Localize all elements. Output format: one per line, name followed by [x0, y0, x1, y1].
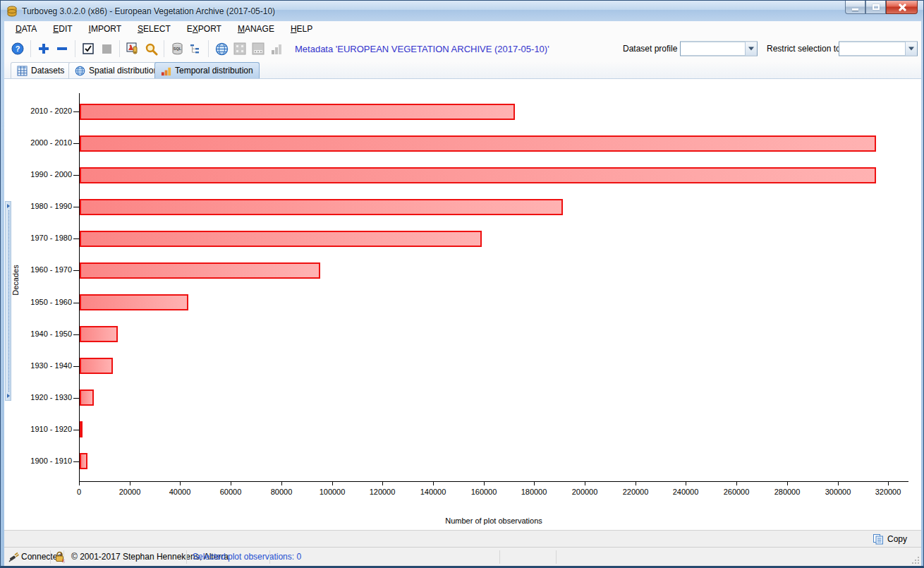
gray-panel-dots-icon	[252, 42, 265, 55]
x-axis-label: 80000	[259, 488, 304, 496]
grid-view-button-disabled	[231, 40, 249, 58]
y-axis-label: 1990 - 2000	[4, 170, 72, 179]
tab-label: Datasets	[31, 66, 64, 75]
gray-square-icon	[102, 44, 112, 54]
x-axis-label: 100000	[310, 488, 355, 496]
connection-icon	[8, 551, 20, 564]
menu-export[interactable]: EXPORT	[182, 23, 226, 35]
y-axis-label: 1940 - 1950	[4, 330, 72, 338]
y-axis-label: 1970 - 1980	[4, 234, 72, 242]
tree-button[interactable]	[186, 40, 205, 58]
splitter-arrow-icon	[7, 394, 10, 398]
sql-button[interactable]: SQL	[168, 40, 186, 58]
restrict-selection-dropdown-button[interactable]	[905, 42, 917, 56]
copy-label: Copy	[887, 534, 907, 544]
y-tick	[73, 366, 79, 367]
x-tick	[585, 481, 585, 485]
svg-text:SQL: SQL	[173, 47, 181, 51]
image-key-icon	[126, 42, 140, 55]
restrict-selection-label: Restrict selection to	[767, 44, 841, 54]
tabbar: Datasets Spatial distribution Te	[4, 61, 921, 78]
minimize-button[interactable]	[845, 1, 865, 14]
y-tick	[73, 111, 79, 112]
temporal-distribution-chart: 2010 - 20202000 - 20101990 - 20001980 - …	[4, 79, 921, 530]
x-tick	[484, 481, 485, 485]
tab-datasets[interactable]: Datasets	[11, 62, 71, 78]
y-tick	[73, 238, 79, 239]
x-tick	[433, 481, 434, 485]
splitter-arrow-icon	[7, 204, 10, 208]
bar-1910-1920	[80, 421, 83, 437]
y-axis-label: 1920 - 1930	[4, 393, 72, 401]
bar-chart-icon	[161, 66, 171, 76]
menu-help[interactable]: HELP	[286, 23, 317, 35]
tab-temporal-distribution[interactable]: Temporal distribution	[154, 62, 260, 78]
copy-button[interactable]: Copy	[870, 532, 910, 546]
dataset-profile-dropdown-button[interactable]	[745, 42, 757, 56]
y-tick	[73, 207, 79, 207]
x-tick	[281, 481, 282, 485]
app-window: Turboveg 3.0.2.0 (x86) - European Vegeta…	[0, 0, 924, 568]
maximize-icon	[873, 4, 880, 10]
y-tick	[73, 303, 79, 303]
menu-manage[interactable]: MANAGE	[233, 23, 279, 35]
x-tick	[79, 481, 80, 485]
splitter-dots	[8, 210, 9, 392]
panel-splitter[interactable]	[5, 201, 11, 401]
x-axis-label: 260000	[714, 488, 759, 496]
metadata-edit-button[interactable]	[123, 40, 142, 58]
metadata-title: Metadata 'EUROPEAN VEGETATION ARCHIVE (2…	[295, 44, 549, 54]
check-all-button[interactable]	[79, 40, 97, 58]
menu-select[interactable]: SELECT	[133, 23, 176, 35]
bar-1990-2000	[80, 167, 876, 183]
x-tick	[130, 481, 130, 485]
chevron-down-icon	[748, 47, 754, 51]
chevron-down-icon	[908, 47, 914, 51]
minus-icon	[56, 42, 68, 55]
bar-1940-1950	[80, 326, 118, 342]
x-tick	[382, 481, 383, 485]
help-button[interactable]: ?	[8, 40, 27, 58]
y-tick	[73, 334, 79, 335]
tab-spatial-distribution[interactable]: Spatial distribution	[68, 62, 164, 78]
maximize-button[interactable]	[865, 1, 886, 14]
y-axis-label: 1980 - 1990	[4, 202, 72, 210]
x-axis-label: 120000	[360, 488, 405, 496]
remove-button[interactable]	[53, 40, 71, 58]
resize-grip[interactable]	[912, 557, 919, 564]
window-title: Turboveg 3.0.2.0 (x86) - European Vegeta…	[22, 6, 275, 16]
close-button[interactable]	[886, 1, 918, 14]
bar-1930-1940	[80, 358, 113, 374]
x-axis-label: 220000	[613, 488, 658, 496]
y-tick	[73, 270, 79, 271]
globe-tool-button[interactable]	[212, 40, 231, 58]
y-axis-title: Decades	[11, 265, 20, 295]
x-axis-label: 0	[56, 488, 102, 496]
x-tick	[787, 481, 788, 485]
restrict-selection-combobox[interactable]	[839, 42, 918, 56]
dataset-profile-combobox[interactable]	[680, 42, 758, 56]
bar-1920-1930	[80, 389, 94, 406]
menu-data[interactable]: DATA	[11, 23, 42, 35]
checkbox-checked-icon	[83, 43, 94, 54]
x-axis-label: 320000	[865, 488, 911, 496]
app-icon	[6, 6, 18, 17]
x-tick	[534, 481, 535, 485]
y-tick	[73, 398, 79, 399]
x-tick	[838, 481, 839, 485]
menu-edit[interactable]: EDIT	[48, 23, 77, 35]
gray-grid-dots-icon	[233, 42, 246, 55]
help-icon: ?	[11, 42, 24, 55]
y-tick	[73, 430, 79, 430]
add-button[interactable]	[35, 40, 53, 58]
menu-import[interactable]: IMPORT	[84, 23, 126, 35]
sql-database-icon: SQL	[171, 42, 183, 55]
globe-icon	[75, 66, 85, 76]
statusbar: Connected x © 2001-2017 Stephan Henneken…	[4, 547, 921, 566]
tab-label: Spatial distribution	[89, 66, 158, 75]
x-tick	[332, 481, 333, 485]
x-axis-label: 240000	[663, 488, 708, 496]
search-button[interactable]	[142, 40, 160, 58]
x-tick	[180, 481, 181, 485]
x-tick	[636, 481, 636, 485]
